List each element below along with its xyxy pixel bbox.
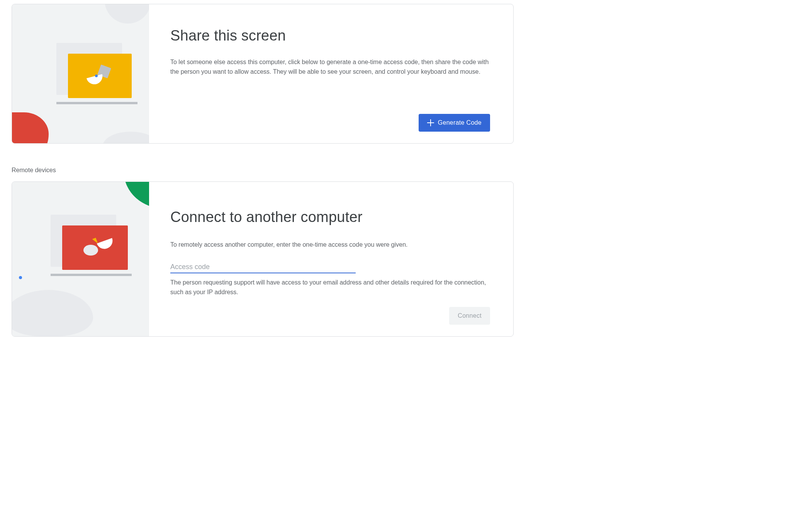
decorative-shape	[51, 274, 132, 276]
decorative-shape	[105, 4, 149, 24]
connect-disclaimer: The person requesting support will have …	[170, 278, 490, 297]
connect-button[interactable]: Connect	[449, 307, 490, 325]
decorative-shape	[83, 245, 98, 256]
share-title: Share this screen	[170, 27, 490, 44]
decorative-shape	[56, 102, 137, 104]
share-description: To let someone else access this computer…	[170, 58, 490, 77]
remote-devices-label: Remote devices	[12, 167, 514, 174]
share-screen-panel: Share this screen To let someone else ac…	[12, 4, 514, 144]
decorative-shape	[124, 182, 149, 209]
access-code-input[interactable]	[170, 261, 356, 273]
connect-description: To remotely access another computer, ent…	[170, 240, 490, 250]
decorative-shape	[19, 276, 22, 279]
plus-icon	[427, 119, 434, 126]
decorative-shape	[95, 75, 98, 77]
connect-panel: Connect to another computer To remotely …	[12, 181, 514, 337]
decorative-shape	[12, 112, 49, 143]
generate-code-button[interactable]: Generate Code	[419, 114, 490, 132]
share-illustration	[12, 4, 149, 143]
decorative-shape	[12, 290, 93, 336]
connect-illustration	[12, 182, 149, 336]
decorative-shape	[103, 132, 149, 143]
generate-code-button-label: Generate Code	[438, 119, 482, 126]
connect-button-label: Connect	[458, 312, 482, 319]
connect-title: Connect to another computer	[170, 209, 490, 225]
